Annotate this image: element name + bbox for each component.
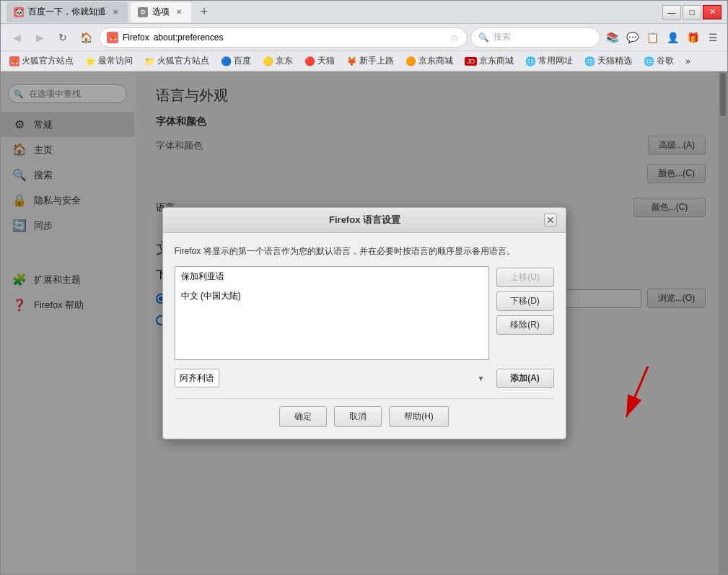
baidu-icon: 🔵 <box>221 56 232 66</box>
bookmark-most-visited-label: 最常访问 <box>98 55 133 67</box>
baidu-tab-close[interactable]: ✕ <box>110 7 120 17</box>
svg-line-1 <box>626 366 648 417</box>
close-button[interactable]: ✕ <box>703 5 722 19</box>
help-button[interactable]: 帮助(H) <box>389 406 449 427</box>
huohu2-icon: 📁 <box>144 56 155 66</box>
bookmark-huohu[interactable]: 🦊 火狐官方站点 <box>6 53 76 69</box>
nav-bar: ◀ ▶ ↻ 🏠 🦊 Firefox about:preferences ☆ 🔍 … <box>1 24 727 51</box>
bookmark-common-label: 常用网址 <box>538 55 573 67</box>
language-settings-modal: Firefox 语言设置 ✕ Firefox 将显示的第一个语言作为您的默认语言… <box>162 207 566 439</box>
bookmark-tmall-label: 天猫 <box>317 55 335 67</box>
bookmark-jd3[interactable]: JD 京东商城 <box>462 53 517 69</box>
jd3-icon: JD <box>465 57 477 66</box>
jd-icon: 🟡 <box>263 56 273 66</box>
refresh-button[interactable]: ↻ <box>53 27 73 48</box>
address-bar[interactable]: 🦊 Firefox about:preferences ☆ <box>99 27 468 48</box>
bookmark-most-visited[interactable]: ⭐ 最常访问 <box>82 53 136 69</box>
common-icon: 🌐 <box>525 56 536 66</box>
ok-button[interactable]: 确定 <box>279 406 327 427</box>
huohu-icon: 🦊 <box>9 56 19 66</box>
add-language-button[interactable]: 添加(A) <box>496 369 554 388</box>
chat-icon[interactable]: 💬 <box>623 29 641 46</box>
most-visited-icon: ⭐ <box>85 56 96 66</box>
newuser-icon: 🦊 <box>346 56 357 66</box>
forward-button[interactable]: ▶ <box>30 27 50 48</box>
home-button[interactable]: 🏠 <box>76 27 96 48</box>
bookmark-jd[interactable]: 🟡 京东 <box>260 53 296 69</box>
bookmarks-bar: 🦊 火狐官方站点 ⭐ 最常访问 📁 火狐官方站点 🔵 百度 🟡 京东 🔴 天猫 … <box>1 51 727 71</box>
bookmark-google-label: 谷歌 <box>657 55 674 67</box>
bookmark-baidu[interactable]: 🔵 百度 <box>218 53 254 69</box>
browser-window: 🐼 百度一下，你就知道 ✕ ⚙ 选项 ✕ + — □ ✕ ◀ ▶ ↻ 🏠 🦊 F… <box>0 0 728 575</box>
account-icon[interactable]: 👤 <box>664 29 681 46</box>
language-select[interactable]: 阿齐利语 <box>175 369 219 387</box>
bookmark-baidu-label: 百度 <box>234 55 251 67</box>
menu-icon[interactable]: ☰ <box>704 29 722 46</box>
cancel-button[interactable]: 取消 <box>334 406 382 427</box>
bookmark-more[interactable]: » <box>683 55 693 68</box>
search-placeholder: 搜索 <box>494 31 511 43</box>
baidu-tab-label: 百度一下，你就知道 <box>28 6 106 18</box>
modal-title: Firefox 语言设置 <box>186 214 544 227</box>
modal-header: Firefox 语言设置 ✕ <box>163 208 566 233</box>
tab-baidu[interactable]: 🐼 百度一下，你就知道 ✕ <box>6 2 128 22</box>
move-down-button[interactable]: 下移(D) <box>496 291 554 311</box>
modal-body: Firefox 将显示的第一个语言作为您的默认语言，并在必要时按语言的顺序显示备… <box>163 233 566 439</box>
bookmark-tmall2[interactable]: 🌐 天猫精选 <box>582 53 635 69</box>
window-controls: — □ ✕ <box>662 5 722 19</box>
language-list: 保加利亚语 中文 (中国大陆) <box>175 266 489 360</box>
tmall2-icon: 🌐 <box>584 56 595 66</box>
bookmark-huohu-label: 火狐官方站点 <box>22 55 74 67</box>
baidu-tab-icon: 🐼 <box>14 7 24 17</box>
settings-tab-label: 选项 <box>152 6 170 18</box>
add-language-row: 阿齐利语 添加(A) <box>175 369 554 388</box>
language-item-zh[interactable]: 中文 (中国大陆) <box>175 286 488 306</box>
modal-overlay: Firefox 语言设置 ✕ Firefox 将显示的第一个语言作为您的默认语言… <box>1 71 727 574</box>
bookmark-google[interactable]: 🌐 谷歌 <box>641 53 677 69</box>
main-content: ⚙ 常规 🏠 主页 🔍 搜索 🔒 隐私与安全 🔄 同步 🧩 <box>1 71 727 574</box>
tmall-icon: 🔴 <box>304 56 315 66</box>
minimize-button[interactable]: — <box>662 5 681 19</box>
remove-button[interactable]: 移除(R) <box>496 315 554 335</box>
firefox-icon: 🦊 <box>107 32 118 43</box>
maximize-button[interactable]: □ <box>683 5 701 19</box>
modal-close-button[interactable]: ✕ <box>544 214 557 227</box>
jd2-icon: 🟠 <box>405 56 416 66</box>
bookmark-tmall[interactable]: 🔴 天猫 <box>302 53 338 69</box>
bookmark-tmall2-label: 天猫精选 <box>597 55 632 67</box>
language-item-bg[interactable]: 保加利亚语 <box>175 267 488 286</box>
toolbar-icons: 📚 💬 📋 👤 🎁 ☰ <box>603 29 722 46</box>
clipboard-icon[interactable]: 📋 <box>644 29 661 46</box>
bookmark-newuser[interactable]: 🦊 新手上路 <box>343 53 397 69</box>
tab-settings[interactable]: ⚙ 选项 ✕ <box>131 2 191 22</box>
red-arrow-indicator <box>605 359 662 434</box>
modal-action-buttons: 确定 取消 帮助(H) <box>175 398 554 427</box>
gift-icon[interactable]: 🎁 <box>684 29 701 46</box>
bookmark-star-icon[interactable]: ☆ <box>450 32 460 43</box>
bookmark-jd-label: 京东 <box>276 55 293 67</box>
settings-tab-close[interactable]: ✕ <box>174 7 184 17</box>
bookmark-huohu2-label: 火狐官方站点 <box>157 55 209 67</box>
google-icon: 🌐 <box>644 56 654 66</box>
modal-side-buttons: 上移(U) 下移(D) 移除(R) <box>496 266 554 360</box>
new-tab-button[interactable]: + <box>194 2 214 22</box>
bookmark-huohu2[interactable]: 📁 火狐官方站点 <box>141 53 212 69</box>
title-bar: 🐼 百度一下，你就知道 ✕ ⚙ 选项 ✕ + — □ ✕ <box>1 1 727 24</box>
address-url: about:preferences <box>154 32 224 43</box>
bookmark-jd2-label: 京东商城 <box>418 55 453 67</box>
bookmark-common[interactable]: 🌐 常用网址 <box>522 53 576 69</box>
search-bar[interactable]: 🔍 搜索 <box>470 27 600 48</box>
more-bookmarks-label: » <box>685 56 690 66</box>
settings-tab-icon: ⚙ <box>138 7 148 17</box>
bookmark-jd2[interactable]: 🟠 京东商城 <box>403 53 456 69</box>
address-domain: Firefox <box>123 32 149 43</box>
search-icon: 🔍 <box>478 32 489 43</box>
bookmark-jd3-label: 京东商城 <box>479 55 514 67</box>
modal-description: Firefox 将显示的第一个语言作为您的默认语言，并在必要时按语言的顺序显示备… <box>175 245 554 258</box>
modal-main-content: 保加利亚语 中文 (中国大陆) 上移(U) 下移(D) 移除(R) <box>175 266 554 360</box>
library-icon[interactable]: 📚 <box>603 29 620 46</box>
bookmark-newuser-label: 新手上路 <box>359 55 394 67</box>
language-select-wrap[interactable]: 阿齐利语 <box>175 369 491 387</box>
back-button[interactable]: ◀ <box>6 27 27 48</box>
move-up-button[interactable]: 上移(U) <box>496 268 554 287</box>
